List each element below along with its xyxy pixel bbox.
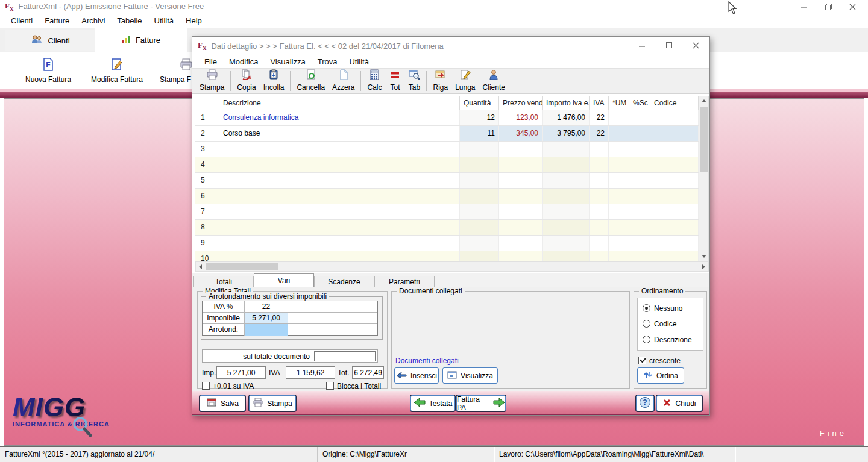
- menu-item-archivi[interactable]: Archivi: [75, 14, 111, 27]
- grid-cell-um[interactable]: [609, 220, 629, 235]
- total-value-2[interactable]: 6 272,49: [352, 366, 384, 379]
- radio-descrizione[interactable]: Descrizione: [643, 336, 692, 344]
- total-value-1[interactable]: 1 159,62: [286, 366, 335, 379]
- grid-header-iva[interactable]: IVA: [590, 96, 609, 110]
- toolbar-button-calc[interactable]: Calc: [363, 69, 385, 93]
- grid-cell-codice[interactable]: [650, 110, 699, 125]
- grid-cell-sc[interactable]: [629, 204, 650, 219]
- grid-header-quantita[interactable]: Quantità: [460, 96, 499, 110]
- vertical-scrollbar[interactable]: [699, 96, 709, 261]
- dialog-close-button[interactable]: [682, 37, 709, 54]
- dialog-menu-item-trova[interactable]: Trova: [312, 55, 344, 68]
- row-number[interactable]: 10: [195, 251, 219, 261]
- grid-cell-iva[interactable]: [590, 157, 609, 172]
- crescente-checkbox[interactable]: [638, 357, 646, 364]
- grid-cell-descrizione[interactable]: [219, 173, 460, 188]
- row-number[interactable]: 7: [195, 204, 219, 219]
- grid-header-codice[interactable]: Codice: [650, 96, 699, 110]
- row-number[interactable]: 9: [195, 236, 219, 251]
- grid-cell-iva[interactable]: [590, 204, 609, 219]
- documenti-collegati-link[interactable]: Documenti collegati: [395, 357, 459, 365]
- grid-cell-descrizione[interactable]: [219, 251, 460, 261]
- menu-item-utilità[interactable]: Utilità: [148, 14, 180, 27]
- row-number[interactable]: 6: [195, 189, 219, 204]
- arrotondamento-cell[interactable]: [348, 313, 377, 323]
- minimize-button[interactable]: [792, 1, 816, 13]
- grid-cell-importo[interactable]: [542, 142, 590, 157]
- horizontal-scroll-thumb[interactable]: [206, 263, 278, 270]
- grid-cell-codice[interactable]: [650, 126, 699, 141]
- menu-item-clienti[interactable]: Clienti: [5, 14, 39, 27]
- grid-cell-quantita[interactable]: [460, 189, 499, 204]
- menu-item-fatture[interactable]: Fatture: [39, 14, 75, 27]
- arrotondamento-cell[interactable]: [348, 324, 377, 336]
- grid-cell-descrizione[interactable]: Corso base: [219, 126, 460, 141]
- grid-cell-um[interactable]: [609, 173, 629, 188]
- grid-cell-iva[interactable]: [590, 142, 609, 157]
- tab-vari[interactable]: Vari: [254, 273, 314, 287]
- grid-cell-prezzo[interactable]: [499, 189, 542, 204]
- grid-cell-prezzo[interactable]: [499, 157, 542, 172]
- grid-cell-descrizione[interactable]: [219, 142, 460, 157]
- grid-cell-sc[interactable]: [629, 173, 650, 188]
- tab-scadenze[interactable]: Scadenze: [314, 276, 374, 287]
- dialog-menu-item-utilità[interactable]: Utilità: [343, 55, 375, 68]
- tab-parametri[interactable]: Parametri: [374, 276, 435, 287]
- grid-cell-iva[interactable]: [590, 173, 609, 188]
- row-number[interactable]: 4: [195, 157, 219, 172]
- dialog-menu-item-file[interactable]: File: [198, 55, 223, 68]
- arrotondamento-cell[interactable]: [245, 324, 288, 336]
- grid-cell-codice[interactable]: [650, 173, 699, 188]
- grid-cell-codice[interactable]: [650, 157, 699, 172]
- grid-cell-importo[interactable]: [542, 157, 590, 172]
- dialog-minimize-button[interactable]: [628, 37, 655, 54]
- nuova-fattura-button[interactable]: F Nuova Fattura: [24, 57, 72, 84]
- grid-cell-iva[interactable]: [590, 220, 609, 235]
- grid-cell-um[interactable]: [609, 142, 629, 157]
- arrotondamento-cell[interactable]: [288, 324, 318, 336]
- grid-cell-descrizione[interactable]: Consulenza informatica: [219, 110, 460, 125]
- arrotondamento-cell[interactable]: [288, 313, 318, 323]
- toolbar-button-riga[interactable]: Riga: [429, 69, 451, 93]
- sul-totale-input[interactable]: [314, 351, 376, 361]
- grid-cell-prezzo[interactable]: [499, 236, 542, 251]
- check-blocca-row[interactable]: Blocca i Totali: [326, 382, 381, 390]
- grid-cell-quantita[interactable]: 12: [460, 110, 499, 125]
- arrotondamento-cell[interactable]: [348, 301, 377, 312]
- close-button[interactable]: [840, 1, 864, 13]
- grid-cell-prezzo[interactable]: [499, 204, 542, 219]
- row-number[interactable]: 1: [195, 110, 219, 125]
- row-number[interactable]: 8: [195, 220, 219, 235]
- grid-cell-sc[interactable]: [629, 126, 650, 141]
- visualizza-button[interactable]: Visualizza: [442, 367, 498, 384]
- grid-cell-prezzo[interactable]: 123,00: [499, 110, 542, 125]
- chiudi-button[interactable]: Chiudi: [656, 395, 702, 411]
- grid-cell-quantita[interactable]: [460, 142, 499, 157]
- footer-stampa-button[interactable]: Stampa: [249, 395, 296, 411]
- grid-cell-quantita[interactable]: [460, 220, 499, 235]
- grid-cell-iva[interactable]: 22: [590, 110, 609, 125]
- grid-cell-codice[interactable]: [650, 204, 699, 219]
- grid-cell-importo[interactable]: [542, 220, 590, 235]
- grid-cell-um[interactable]: [609, 126, 629, 141]
- row-number[interactable]: 2: [195, 126, 219, 141]
- grid-cell-importo[interactable]: 3 795,00: [542, 126, 590, 141]
- testata-button[interactable]: Testata: [410, 395, 455, 411]
- toolbar-button-tot[interactable]: Tot: [385, 69, 404, 93]
- grid-cell-codice[interactable]: [650, 251, 699, 261]
- grid-cell-quantita[interactable]: [460, 173, 499, 188]
- grid-cell-quantita[interactable]: [460, 251, 499, 261]
- grid-cell-descrizione[interactable]: [219, 204, 460, 219]
- grid-cell-importo[interactable]: [542, 251, 590, 261]
- toolbar-button-tab[interactable]: Tab: [404, 69, 424, 93]
- grid-cell-sc[interactable]: [629, 189, 650, 204]
- radio-nessuno[interactable]: Nessuno: [643, 304, 682, 313]
- dialog-maximize-button[interactable]: [655, 37, 682, 54]
- toolbar-button-incolla[interactable]: Incolla: [260, 69, 288, 93]
- radio-button[interactable]: [643, 336, 650, 343]
- grid-cell-descrizione[interactable]: [219, 236, 460, 251]
- grid-cell-codice[interactable]: [650, 142, 699, 157]
- toolbar-button-cancella[interactable]: Cancella: [293, 69, 329, 93]
- grid-cell-quantita[interactable]: [460, 157, 499, 172]
- grid-cell-sc[interactable]: [629, 110, 650, 125]
